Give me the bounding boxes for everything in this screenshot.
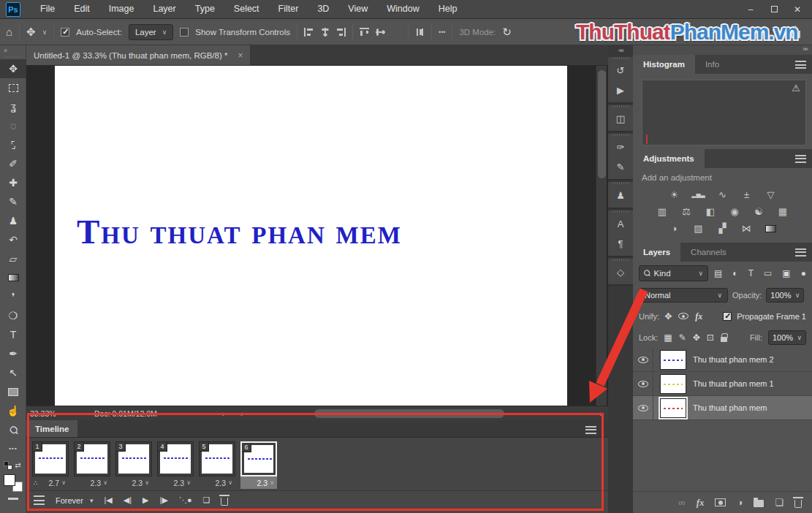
frame-thumbnail[interactable]: 5 [199,441,235,476]
brush-tool[interactable]: ✎ [0,192,26,211]
previous-frame-button[interactable]: ◀| [124,496,132,504]
layer-thumbnail[interactable] [660,374,686,394]
vertical-scrollbar-thumb[interactable] [598,70,606,178]
rectangular-marquee-tool[interactable] [0,78,26,97]
blur-tool[interactable]: ❜ [0,287,26,306]
filter-shape-layers-icon[interactable]: ▭ [764,269,772,278]
tab-timeline[interactable]: Timeline [26,420,77,437]
crop-tool[interactable]: ⌜⌟ [0,135,26,154]
history-brush-tool[interactable]: ↶ [0,230,26,249]
color-balance-icon[interactable]: ⚖ [678,205,695,218]
selective-color-icon[interactable]: ⋈ [738,221,756,235]
expand-toolbar-icon[interactable]: » [0,45,26,54]
adjustments-menu-icon[interactable] [795,155,806,163]
tween-button[interactable]: ⋱● [179,496,192,504]
frame-delay-selector[interactable]: 2.3∨ [74,476,110,489]
panel-grip[interactable] [612,182,629,184]
layer-thumbnail[interactable] [660,398,686,418]
dodge-tool[interactable]: ❍ [0,306,26,325]
horizontal-scrollbar-thumb[interactable] [314,409,504,418]
duplicate-frame-button[interactable]: ❏ [203,496,210,504]
align-horizontal-centers-icon[interactable] [320,28,330,37]
move-tool-preset-icon[interactable]: ✥ [26,26,36,39]
menu-edit[interactable]: Edit [64,0,99,18]
levels-icon[interactable]: ▂▅▃ [690,188,707,202]
edit-toolbar-button[interactable]: ••• [0,439,26,458]
document-tab[interactable]: Untitled-1 @ 33.3% (Thu thuat phan mem, … [26,45,250,65]
menu-filter[interactable]: Filter [269,0,308,18]
gradient-map-icon[interactable] [762,221,780,235]
frame-delay-selector[interactable]: 2.3∨ [240,476,277,489]
gradient-tool[interactable] [0,268,26,287]
align-vertical-centers-icon[interactable] [376,28,385,37]
menu-select[interactable]: Select [224,0,269,18]
actions-panel-icon[interactable]: ▶ [608,80,633,100]
new-layer-button[interactable]: ❏ [775,498,783,507]
menu-view[interactable]: View [338,0,377,18]
menu-window[interactable]: Window [377,0,428,18]
frame-thumbnail[interactable]: 3 [115,441,152,476]
warning-icon[interactable]: ⚠ [792,83,800,94]
tab-info[interactable]: Info [695,55,729,74]
lock-transparency-icon[interactable]: ▦ [664,333,672,342]
align-left-edges-icon[interactable] [304,28,314,37]
layer-effects-button[interactable]: fx [697,498,705,507]
lock-all-icon[interactable] [721,337,727,342]
new-group-button[interactable] [754,500,764,507]
menu-3d[interactable]: 3D [308,0,338,18]
frame-2[interactable]: 22.3∨ [74,441,110,490]
3d-panel-icon[interactable]: ◇ [608,262,633,282]
panel-grip[interactable] [612,105,629,107]
frame-delay-selector[interactable]: 2.3∨ [157,476,194,489]
new-adjustment-layer-button[interactable]: ◑ [737,498,743,507]
move-tool[interactable]: ✥ [0,59,26,78]
tab-channels[interactable]: Channels [680,243,737,262]
lock-position-icon[interactable]: ✥ [693,333,700,342]
histogram-menu-icon[interactable] [795,61,806,69]
status-arrow-icon[interactable]: › [600,409,603,418]
tab-layers[interactable]: Layers [633,243,680,262]
menu-help[interactable]: Help [429,0,467,18]
frame-4[interactable]: 42.3∨ [157,441,194,490]
play-button[interactable]: ▶ [143,496,148,504]
filter-smart-objects-icon[interactable]: ▣ [782,269,790,278]
timeline-menu-icon[interactable] [585,426,596,434]
close-tab-icon[interactable]: × [238,50,243,61]
layer-row[interactable]: Thu thuat phan mem [633,396,812,420]
default-colors-icon[interactable] [4,461,12,470]
history-panel-icon[interactable]: ↺ [608,61,633,80]
frame-3[interactable]: 32.3∨ [115,441,152,490]
align-bottom-edges-icon[interactable] [392,28,401,37]
unify-position-icon[interactable]: ✥ [664,312,672,321]
black-white-icon[interactable]: ◧ [702,205,719,218]
frame-thumbnail[interactable]: 6 [240,441,277,476]
frame-thumbnail[interactable]: 4 [157,441,194,476]
lasso-tool[interactable]: ʓ [0,97,26,116]
clone-source-panel-icon[interactable]: ♟ [608,186,633,205]
frame-6[interactable]: 62.3∨ [240,441,277,490]
libraries-panel-icon[interactable]: ◫ [608,109,633,129]
panel-grip[interactable] [612,259,629,261]
paragraph-panel-icon[interactable]: ¶ [608,234,633,254]
color-lookup-icon[interactable]: ▦ [774,205,792,218]
auto-select-checkbox[interactable] [61,28,69,37]
status-arrow-icon[interactable]: › [215,409,232,418]
panel-grip[interactable] [612,57,629,59]
menu-type[interactable]: Type [186,0,224,18]
threshold-icon[interactable]: ▞ [714,221,732,235]
brushes-panel-icon[interactable]: ✎ [608,157,633,177]
curves-icon[interactable]: ∿ [714,188,732,202]
panel-grip[interactable] [612,134,629,136]
layer-visibility-toggle[interactable] [633,396,653,419]
delete-frame-button[interactable] [221,498,228,506]
layer-row[interactable]: Thu thuat phan mem 2 [633,348,812,372]
collapse-panels-icon[interactable]: »» [633,45,812,55]
chevron-down-icon[interactable]: ∨ [42,28,48,36]
loop-options-dropdown[interactable]: Forever ▾ [56,496,93,505]
menu-image[interactable]: Image [99,0,144,18]
fill-field[interactable]: 100% ∨ [768,330,806,345]
next-frame-button[interactable]: |▶ [160,496,168,504]
screen-mode-icon[interactable] [8,498,18,500]
propagate-frame-checkbox[interactable] [723,312,732,321]
character-panel-icon[interactable]: A [608,214,633,234]
